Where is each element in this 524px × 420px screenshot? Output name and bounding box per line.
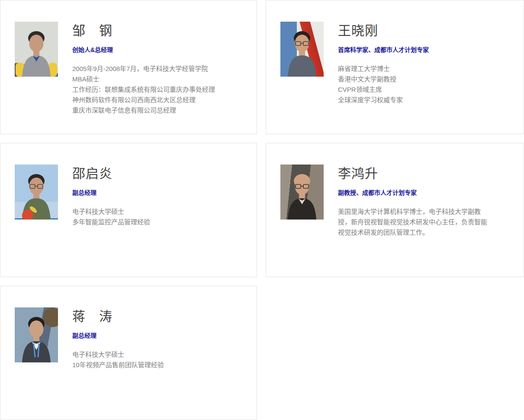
bio-line: 全球深度学习权威专家	[338, 95, 509, 105]
member-photo	[280, 22, 324, 77]
member-card-jiangtao: 蒋 涛 副总经理 电子科技大学硕士 10年视频产品售前团队管理经验	[0, 286, 257, 420]
bio-line: 10年视频产品售前团队管理经验	[72, 360, 244, 370]
member-card-lihongsheng: 李鸿升 副教授、成都市人才计划专家 美国里海大学计算机科学博士，电子科技大学副教…	[266, 143, 524, 277]
bio-line: 电子科技大学硕士	[72, 349, 244, 360]
member-card-shaoqiyan: 邵启炎 副总经理 电子科技大学硕士 多年智能监控产品管理经验	[0, 143, 257, 277]
bio-line: CVPR领域主席	[338, 84, 509, 95]
portrait-illustration	[280, 22, 324, 77]
member-title: 创始人&总经理	[72, 45, 244, 54]
portrait-illustration	[280, 165, 324, 220]
bio-line: MBA硕士	[72, 74, 244, 84]
bio-line: 工作经历：联想集成系统有限公司重庆办事处经理	[72, 84, 244, 95]
member-photo	[15, 22, 58, 77]
bio-line: 多年智能监控产品管理经验	[72, 217, 244, 227]
member-bio: 2005年9月-2008年7月，电子科技大学经管学院 MBA硕士 工作经历：联想…	[72, 64, 244, 116]
bio-line: 麻省理工大学博士	[338, 64, 509, 74]
member-bio: 美国里海大学计算机科学博士，电子科技大学副教 授，新舟锐视智能视觉技术研发中心主…	[338, 207, 509, 238]
member-title: 首席科学家、成都市人才计划专家	[338, 45, 509, 54]
portrait-illustration	[15, 165, 58, 220]
member-bio: 电子科技大学硕士 多年智能监控产品管理经验	[72, 207, 244, 227]
member-photo	[280, 165, 324, 220]
member-name: 王晓刚	[338, 23, 509, 39]
portrait-illustration	[15, 22, 58, 77]
member-name: 邹 钢	[72, 23, 244, 39]
member-name: 李鸿升	[338, 165, 509, 182]
bio-line: 2005年9月-2008年7月，电子科技大学经管学院	[72, 64, 244, 74]
member-title: 副教授、成都市人才计划专家	[338, 188, 509, 197]
bio-line: 视觉技术研发的团队管理工作。	[338, 227, 509, 238]
member-name: 蒋 涛	[72, 308, 244, 325]
member-photo	[15, 307, 58, 362]
portrait-illustration	[15, 307, 58, 362]
bio-line: 电子科技大学硕士	[72, 207, 244, 217]
member-title: 副总经理	[72, 188, 244, 197]
bio-line: 香港中文大学副教授	[338, 74, 509, 84]
member-photo	[15, 165, 58, 220]
member-bio: 麻省理工大学博士 香港中文大学副教授 CVPR领域主席 全球深度学习权威专家	[338, 64, 509, 105]
bio-line: 美国里海大学计算机科学博士，电子科技大学副教	[338, 207, 509, 217]
bio-line: 授，新舟锐视智能视觉技术研发中心主任，负责智能	[338, 217, 509, 227]
bio-line: 重庆市深联电子信息有限公司总经理	[72, 105, 244, 116]
bio-line: 神州数码软件有限公司西南西北大区总经理	[72, 95, 244, 105]
team-grid: 邹 钢 创始人&总经理 2005年9月-2008年7月，电子科技大学经管学院 M…	[0, 0, 524, 420]
member-name: 邵启炎	[72, 165, 244, 182]
member-bio: 电子科技大学硕士 10年视频产品售前团队管理经验	[72, 349, 244, 370]
member-card-wangxiaogang: 王晓刚 首席科学家、成都市人才计划专家 麻省理工大学博士 香港中文大学副教授 C…	[266, 0, 524, 134]
member-title: 副总经理	[72, 331, 244, 340]
member-card-zougang: 邹 钢 创始人&总经理 2005年9月-2008年7月，电子科技大学经管学院 M…	[0, 0, 257, 134]
